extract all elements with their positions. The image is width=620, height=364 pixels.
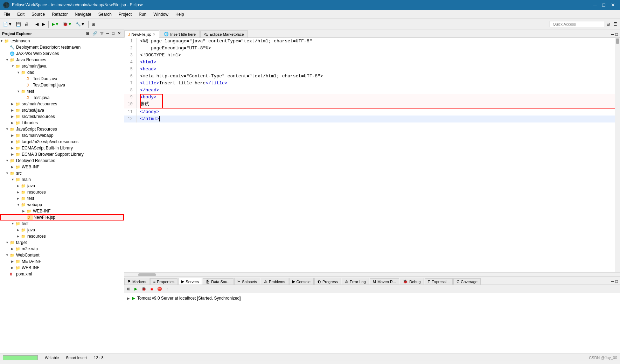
tree-item-33[interactable]: ▶📁m2e-wtp xyxy=(0,246,124,252)
tree-arrow[interactable]: ▶ xyxy=(11,153,15,156)
server-debug-btn[interactable]: 🐞 xyxy=(140,286,148,292)
tree-arrow[interactable]: ▶ xyxy=(11,260,15,263)
tab-markers[interactable]: ⚑ Markers xyxy=(124,278,149,285)
tree-item-17[interactable]: ▶📁ECMAScript Built-In Library xyxy=(0,145,124,151)
menu-help[interactable]: Help xyxy=(172,10,188,19)
server-new-btn[interactable]: ⊞ xyxy=(126,286,132,292)
tree-arrow[interactable]: ▶ xyxy=(17,228,21,232)
tab-servers[interactable]: ▶ Servers xyxy=(178,278,202,285)
tree-arrow[interactable]: ▼ xyxy=(0,39,4,43)
tree-arrow[interactable]: ▼ xyxy=(6,241,10,244)
tree-item-32[interactable]: ▼📁target xyxy=(0,239,124,246)
tree-item-9[interactable]: JTest.java xyxy=(0,94,124,101)
tree-arrow[interactable]: ▼ xyxy=(6,253,10,257)
tree-item-4[interactable]: ▼📁src/main/java xyxy=(0,63,124,69)
link-with-editor-btn[interactable]: 🔗 xyxy=(91,31,98,36)
close-button[interactable]: ✕ xyxy=(609,1,617,8)
tree-arrow[interactable]: ▼ xyxy=(11,64,15,68)
menu-window[interactable]: Window xyxy=(150,10,172,19)
tb-perspective2-btn[interactable]: ☰ xyxy=(612,21,619,27)
tree-item-11[interactable]: ▶📁src/test/java xyxy=(0,107,124,113)
editor-max-btn[interactable]: □ xyxy=(615,31,619,37)
tree-item-35[interactable]: ▶📁META-INF xyxy=(0,258,124,265)
tree-item-20[interactable]: ▶📁WEB-INF xyxy=(0,164,124,170)
tab-expressi[interactable]: E Expressi... xyxy=(425,278,453,285)
code-line-11[interactable]: 11</body> xyxy=(124,108,615,115)
menu-file[interactable]: File xyxy=(0,10,14,19)
code-line-9[interactable]: 9<body> xyxy=(124,94,615,101)
tree-arrow[interactable]: ▶ xyxy=(11,102,15,106)
code-line-5[interactable]: 5<head> xyxy=(124,66,615,73)
code-line-10[interactable]: 10测试 xyxy=(124,101,615,108)
tree-item-19[interactable]: ▼📁Deployed Resources xyxy=(0,158,124,164)
tree-item-37[interactable]: Xpom.xml xyxy=(0,271,124,277)
menu-edit[interactable]: Edit xyxy=(14,10,28,19)
tree-arrow[interactable]: ▶ xyxy=(17,197,21,200)
server-stop-btn[interactable]: ■ xyxy=(149,286,154,292)
tab-newfile-close[interactable]: ✕ xyxy=(153,33,155,36)
tree-arrow[interactable]: ▶ xyxy=(11,108,15,112)
tree-item-12[interactable]: ▶📁src/test/resources xyxy=(0,113,124,120)
tb-fwd-btn[interactable]: ▶ xyxy=(41,21,47,27)
menu-project[interactable]: Project xyxy=(115,10,135,19)
tree-item-1[interactable]: 🔧Deployment Descriptor: testmaven xyxy=(0,44,124,50)
tree-arrow[interactable]: ▼ xyxy=(11,222,15,225)
tb-perspective-btn[interactable]: ⊞ xyxy=(90,21,97,27)
tab-marketplace[interactable]: 🛍 Eclipse Marketplace xyxy=(200,30,248,37)
tb-run-btn[interactable]: ▶▼ xyxy=(50,21,61,27)
tree-item-6[interactable]: JTestDao.java xyxy=(0,76,124,82)
code-line-2[interactable]: 2 pageEncoding="UTF-8"%> xyxy=(124,45,615,52)
tree-item-10[interactable]: ▶📁src/main/resources xyxy=(0,101,124,107)
tb-print-btn[interactable]: 🖨 xyxy=(23,21,30,27)
server-start-btn[interactable]: ▶ xyxy=(133,286,139,292)
minimize-panel-btn[interactable]: ─ xyxy=(105,31,110,36)
tree-arrow[interactable]: ▶ xyxy=(17,184,21,188)
tree-arrow[interactable]: ▼ xyxy=(6,159,10,162)
tree-item-36[interactable]: ▶📁WEB-INF xyxy=(0,265,124,271)
tree-arrow[interactable]: ▼ xyxy=(17,71,21,74)
tab-debug[interactable]: 🐞 Debug xyxy=(400,278,424,285)
tree-item-34[interactable]: ▼📁WebContent xyxy=(0,252,124,258)
tab-insert-title[interactable]: 🌐 Insert title here xyxy=(160,30,200,37)
project-tree[interactable]: ▼📁testmaven🔧Deployment Descriptor: testm… xyxy=(0,38,124,354)
tree-item-26[interactable]: ▼📁webapp xyxy=(0,202,124,208)
expand-arrow-icon[interactable]: ▶ xyxy=(127,296,130,300)
tree-arrow[interactable]: ▶ xyxy=(11,266,15,270)
code-line-12[interactable]: 12</html> xyxy=(124,115,615,122)
tree-arrow[interactable]: ▶ xyxy=(11,140,15,144)
tree-item-3[interactable]: ▼📁Java Resources xyxy=(0,57,124,63)
tree-item-13[interactable]: ▶📁Libraries xyxy=(0,120,124,126)
tree-item-0[interactable]: ▼📁testmaven xyxy=(0,38,124,44)
tab-console[interactable]: ▶ Console xyxy=(289,278,314,285)
tree-item-27[interactable]: ▶📁WEB-INF xyxy=(0,208,124,214)
h-scrollbar[interactable] xyxy=(124,272,620,276)
tab-problems[interactable]: ⚠ Problems xyxy=(261,278,288,285)
tree-arrow[interactable]: ▼ xyxy=(11,178,15,181)
tree-item-30[interactable]: ▶📁java xyxy=(0,227,124,233)
tree-item-28[interactable]: JNewFile.jsp xyxy=(0,214,124,220)
menu-navigate[interactable]: Navigate xyxy=(71,10,95,19)
tb-ext-tools-btn[interactable]: 🔧▼ xyxy=(74,21,86,27)
tree-item-16[interactable]: ▶📁target/m2e-wtp/web-resources xyxy=(0,139,124,145)
server-disconnect-btn[interactable]: ⛔ xyxy=(156,286,163,292)
tree-item-24[interactable]: ▶📁resources xyxy=(0,189,124,195)
menu-source[interactable]: Source xyxy=(28,10,48,19)
panel-menu-btn[interactable]: ▽ xyxy=(99,31,104,36)
tab-errorlog[interactable]: ⚠ Error Log xyxy=(342,278,369,285)
code-line-4[interactable]: 4<html> xyxy=(124,59,615,66)
tree-arrow[interactable]: ▼ xyxy=(6,58,10,62)
tree-arrow[interactable]: ▼ xyxy=(6,172,10,175)
bottom-min-btn[interactable]: ─ xyxy=(610,278,615,285)
tree-arrow[interactable]: ▶ xyxy=(17,190,21,194)
tree-arrow[interactable]: ▶ xyxy=(11,247,15,251)
tree-item-8[interactable]: ▼📁test xyxy=(0,88,124,94)
minimize-button[interactable]: ─ xyxy=(591,1,599,8)
tree-item-14[interactable]: ▼📁JavaScript Resources xyxy=(0,126,124,132)
tb-save-btn[interactable]: 💾 xyxy=(14,21,22,27)
tab-progress[interactable]: ◐ Progress xyxy=(314,278,341,285)
bottom-max-btn[interactable]: □ xyxy=(615,278,619,285)
tree-item-31[interactable]: ▶📁resources xyxy=(0,233,124,239)
maximize-panel-btn[interactable]: □ xyxy=(111,31,116,36)
editor-scrollbar[interactable] xyxy=(615,38,620,272)
tree-item-25[interactable]: ▶📁test xyxy=(0,195,124,202)
